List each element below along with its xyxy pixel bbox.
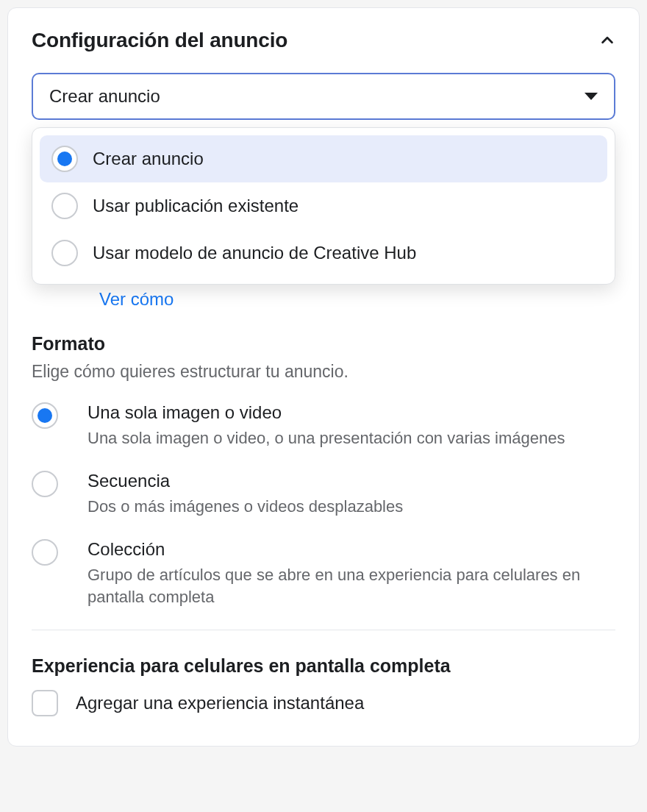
card-title: Configuración del anuncio <box>32 29 287 52</box>
format-label: Una sola imagen o video <box>87 402 615 423</box>
ad-source-dropdown: Crear anuncio Usar publicación existente… <box>32 127 615 285</box>
select-current-value: Crear anuncio <box>49 86 160 107</box>
format-sub: Una sola imagen o video, o una presentac… <box>87 427 615 450</box>
caret-down-icon <box>585 93 598 100</box>
dropdown-option-creative-hub[interactable]: Usar modelo de anuncio de Creative Hub <box>40 229 607 277</box>
radio-icon <box>32 471 58 497</box>
format-text: Secuencia Dos o más imágenes o videos de… <box>87 471 615 519</box>
ad-source-select[interactable]: Crear anuncio <box>32 73 615 120</box>
format-label: Secuencia <box>87 471 615 491</box>
radio-icon <box>32 539 58 566</box>
link-container: Ver cómo <box>99 289 615 310</box>
checkbox-label: Agregar una experiencia instantánea <box>76 693 364 713</box>
dropdown-option-existing-post[interactable]: Usar publicación existente <box>40 182 607 229</box>
format-section-title: Formato <box>32 333 615 355</box>
divider <box>32 630 615 630</box>
radio-icon <box>51 240 78 266</box>
format-text: Una sola imagen o video Una sola imagen … <box>87 402 615 450</box>
format-option-single[interactable]: Una sola imagen o video Una sola imagen … <box>32 402 615 450</box>
format-sub: Grupo de artículos que se abre en una ex… <box>87 564 615 610</box>
format-sub: Dos o más imágenes o videos desplazables <box>87 496 615 519</box>
chevron-up-icon[interactable] <box>599 32 615 49</box>
format-text: Colección Grupo de artículos que se abre… <box>87 539 615 610</box>
dropdown-option-create-ad[interactable]: Crear anuncio <box>40 135 607 182</box>
format-option-collection[interactable]: Colección Grupo de artículos que se abre… <box>32 539 615 610</box>
card-header: Configuración del anuncio <box>32 29 615 52</box>
see-how-link[interactable]: Ver cómo <box>99 289 174 309</box>
dropdown-option-label: Crear anuncio <box>93 149 204 169</box>
format-section-desc: Elige cómo quieres estructurar tu anunci… <box>32 362 615 382</box>
ad-config-card: Configuración del anuncio Crear anuncio … <box>7 7 640 747</box>
radio-icon <box>32 402 58 429</box>
format-option-carousel[interactable]: Secuencia Dos o más imágenes o videos de… <box>32 471 615 519</box>
dropdown-option-label: Usar modelo de anuncio de Creative Hub <box>93 243 416 263</box>
radio-icon <box>51 193 78 219</box>
experience-section-title: Experiencia para celulares en pantalla c… <box>32 655 615 677</box>
format-label: Colección <box>87 539 615 560</box>
radio-icon <box>51 146 78 172</box>
checkbox-icon <box>32 690 58 716</box>
instant-experience-checkbox-row[interactable]: Agregar una experiencia instantánea <box>32 690 615 716</box>
dropdown-option-label: Usar publicación existente <box>93 196 299 216</box>
